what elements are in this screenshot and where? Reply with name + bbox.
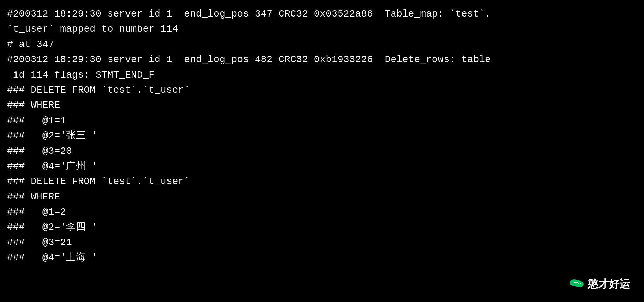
- wechat-icon: [569, 276, 584, 292]
- svg-point-5: [578, 283, 579, 284]
- svg-point-2: [572, 280, 581, 287]
- watermark-text: 憨才好运: [588, 276, 630, 293]
- svg-point-6: [580, 283, 581, 284]
- watermark: 憨才好运: [569, 276, 630, 293]
- svg-point-3: [574, 282, 576, 283]
- svg-point-4: [576, 282, 578, 283]
- terminal-output: #200312 18:29:30 server id 1 end_log_pos…: [7, 6, 637, 265]
